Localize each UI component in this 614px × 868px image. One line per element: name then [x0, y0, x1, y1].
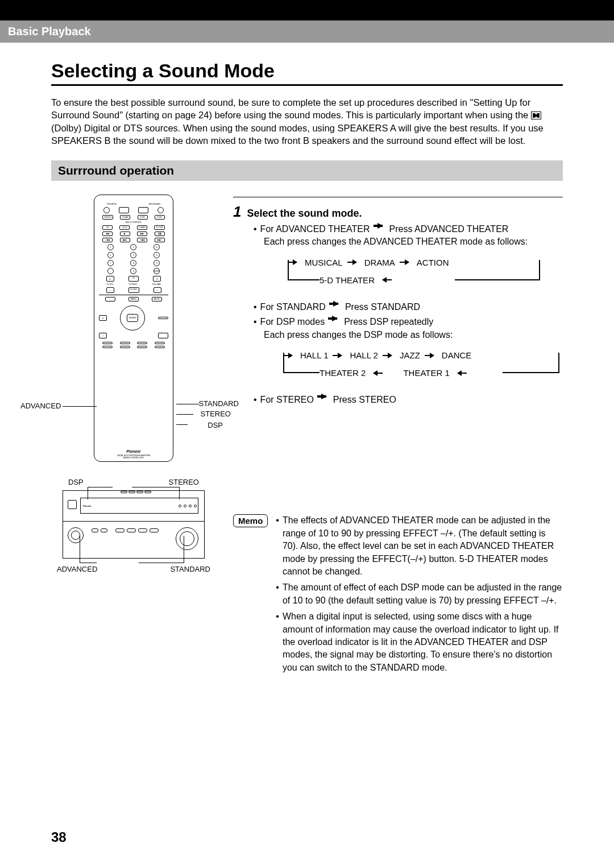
- remote-multi: MULTI CONTROL: [99, 221, 168, 224]
- remote-plus: +: [153, 276, 161, 282]
- receiver-led: [184, 505, 186, 507]
- arrow-right-icon: [400, 259, 412, 265]
- memo-item-2: The amount of effect of each DSP mode ca…: [276, 581, 563, 607]
- remote-transport: ◀◀: [102, 232, 113, 236]
- receiver-standard-btn: [138, 528, 147, 532]
- arrow-left-icon: [454, 370, 467, 376]
- memo-text: When a digital input is selected, using …: [283, 610, 563, 674]
- arrow-right-icon: [317, 394, 330, 399]
- bullet-dsp: For DSP modes Press DSP repeatedly: [254, 316, 563, 328]
- remote-plus: +: [106, 276, 114, 282]
- arrow-right-icon: [383, 353, 395, 358]
- lead-line: [132, 487, 180, 499]
- remote-power-source: [103, 207, 110, 213]
- cycle-connector: [503, 353, 559, 373]
- remote-btn: [120, 342, 130, 344]
- memo-item-1: The effects of ADVANCED THEATER mode can…: [276, 514, 563, 578]
- remote-enter: ENTER: [127, 314, 138, 322]
- lead-line: [176, 404, 199, 404]
- cycle-item: JAZZ: [400, 349, 420, 361]
- adv-line2: Each press changes the ADVANCED THEATER …: [264, 235, 563, 248]
- arrow-left-icon: [379, 277, 392, 283]
- cycle-connector: [288, 260, 320, 280]
- remote-tuner: TUNER: [137, 225, 147, 230]
- remote-vcr1: VCR1: [138, 215, 148, 220]
- remote-btn: [137, 342, 147, 344]
- receiver-callout-standard: STANDARD: [170, 565, 210, 573]
- memo-badge: Memo: [233, 514, 268, 527]
- remote-tvcnt: TV CNT: [154, 225, 165, 230]
- remote-control-illustration: SOURCERECEIVER DVD/LD TV/SAT VCR1 VCR2 M…: [94, 195, 173, 462]
- cycle-connector: [455, 260, 540, 280]
- arrow-right-icon: [374, 223, 386, 229]
- instructions-column: 1 Select the sound mode. For ADVANCED TH…: [233, 195, 563, 677]
- remote-tvvol: TV VOL: [106, 283, 113, 286]
- remote-tvfunc: TV FUNC: [128, 283, 137, 286]
- cycle-item: THEATER 1: [403, 367, 449, 379]
- dolby-icon: [531, 111, 541, 119]
- arrow-right-icon: [333, 353, 345, 358]
- remote-num-2: 2: [130, 244, 136, 250]
- remote-sub: DIGITAL MULTI PROCESSING AMPLIFIER REMOT…: [94, 454, 173, 459]
- remote-callout-advanced: ADVANCED: [20, 402, 61, 410]
- remote-cdr: CD-R: [119, 225, 130, 230]
- remote-vcr2: VCR2: [155, 215, 165, 220]
- receiver-btn: [127, 528, 136, 532]
- remote-num-3: 3: [154, 244, 160, 250]
- remote-callout-dsp: DSP: [208, 421, 223, 429]
- receiver-led: [179, 505, 181, 507]
- cycle-item: THEATER 2: [320, 367, 366, 379]
- intro-paragraph: To ensure the best possible surround sou…: [51, 96, 563, 147]
- receiver-callout-advanced: ADVANCED: [57, 565, 97, 573]
- remote-transport: ❚❚: [155, 232, 165, 236]
- remote-minus: –: [154, 287, 161, 293]
- remote-transport: |◀◀: [137, 238, 147, 242]
- remote-transport: |◀◀: [102, 238, 113, 242]
- remote-receiver-label: RECEIVER: [148, 202, 160, 205]
- sub-header: Surrround operation: [51, 160, 563, 181]
- cycle-item: HALL 2: [350, 349, 377, 361]
- remote-source-label: SOURCE: [107, 202, 117, 205]
- lead-line: [139, 536, 184, 563]
- remote-transport: ▶▶|: [120, 238, 130, 242]
- receiver-led: [189, 505, 192, 507]
- cycle-item: DANCE: [442, 349, 472, 361]
- remote-num-7: 7: [107, 260, 114, 266]
- remote-brand: Pioneer: [94, 449, 173, 453]
- lead-line: [176, 414, 193, 415]
- step-title: Select the sound mode.: [247, 208, 362, 220]
- remote-btn: [120, 346, 130, 348]
- remote-callout-standard: STANDARD: [198, 399, 239, 408]
- remote-num-8: 8: [130, 260, 136, 266]
- cycle-connector: [283, 353, 320, 373]
- remote-tvsat: TV/SAT: [120, 215, 130, 220]
- lead-line: [88, 487, 113, 499]
- remote-advanced-btn: [102, 346, 113, 348]
- arrow-right-icon: [425, 353, 437, 358]
- remote-callout-stereo: STEREO: [201, 410, 231, 418]
- lead-line: [80, 536, 97, 563]
- memo-body: The effects of ADVANCED THEATER mode can…: [276, 514, 563, 677]
- remote-num-5: 5: [130, 252, 136, 258]
- arrow-left-icon: [370, 370, 383, 376]
- bullet-text-b: Press STEREO: [333, 394, 396, 406]
- cycle-item: ACTION: [417, 257, 449, 268]
- remote-num-enter: ENTER: [154, 268, 160, 274]
- remote-btn: [138, 207, 148, 213]
- dsp-line2: Each press changes the DSP mode as follo…: [264, 329, 563, 341]
- remote-num-6: 6: [154, 252, 160, 258]
- remote-num-0: 0: [130, 268, 136, 274]
- remote-menu-btn: [105, 297, 115, 301]
- bullet-text: For ADVANCED THEATER: [254, 223, 370, 235]
- remote-btn: [102, 342, 113, 344]
- remote-mute: MUTE: [152, 297, 162, 301]
- bullet-text: For STANDARD: [254, 301, 326, 313]
- receiver-button-group: [92, 528, 159, 532]
- remote-tv: TV: [128, 276, 139, 282]
- lead-line: [176, 424, 188, 425]
- remote-dsp-btn: [137, 346, 147, 348]
- step-1-header: 1 Select the sound mode.: [233, 197, 563, 221]
- remote-btn: [158, 317, 168, 319]
- remote-btn: [119, 207, 129, 213]
- remote-num-9: 9: [154, 260, 160, 266]
